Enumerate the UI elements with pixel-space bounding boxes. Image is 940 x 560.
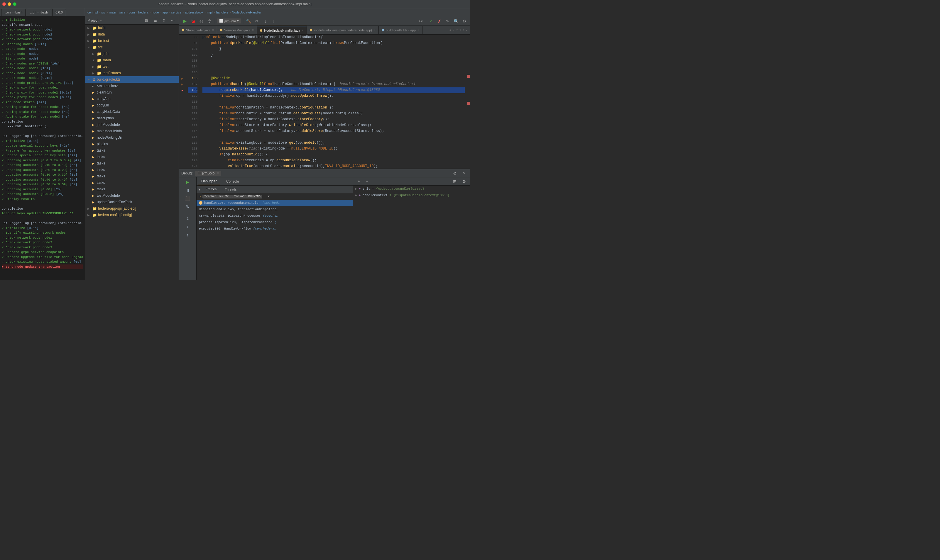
debug-config-close[interactable]: ×	[217, 171, 219, 175]
tree-item-hedera-config[interactable]: ▶ 📁 hedera-config [config]	[85, 212, 179, 218]
tab-label-servicesmain: ServicesMain.java	[224, 28, 250, 32]
frame-item-1[interactable]: handle:106, NodeUpdateHandler (com.hed…	[197, 200, 353, 206]
debug-settings-btn[interactable]: ⚙	[451, 170, 458, 177]
tree-item-build-gradle[interactable]: ▼ ⚙ build.gradle.kts	[85, 76, 179, 83]
project-settings-btn[interactable]: ⚙	[160, 17, 168, 24]
filter-btn[interactable]: ▼	[198, 188, 201, 191]
var-minus-btn[interactable]: −	[364, 178, 371, 185]
tree-item-tasks-5[interactable]: ▶ tasks	[85, 173, 179, 180]
run-config[interactable]: ⬜ jvmSolo ▾	[217, 18, 241, 23]
step-over-btn[interactable]: ⤵	[261, 18, 268, 25]
tree-item-test[interactable]: ▶ 📁 test	[85, 63, 179, 70]
error-count: ▲ 7 ⚠ 1 ∧ ∨	[449, 28, 468, 32]
project-expand-btn[interactable]: ☰	[152, 17, 159, 24]
tab-buildgradle[interactable]: build.gradle.kts (:app ×	[379, 26, 422, 34]
debug-tab-debugger[interactable]: Debugger	[198, 178, 220, 185]
tree-item-tasks-7[interactable]: ▶ tasks	[85, 186, 179, 192]
terminal-tab-1[interactable]: ...on – -bash	[1, 9, 26, 16]
tree-item-for-test[interactable]: ▶ 📁 for-test	[85, 37, 179, 44]
debug-stepout-btn[interactable]: ↑	[184, 231, 191, 238]
tree-item-tasks-1[interactable]: ▶ tasks	[85, 147, 179, 154]
settings-btn[interactable]: ⚙	[461, 18, 468, 25]
tab-close-servicesmain[interactable]: ×	[252, 28, 254, 32]
frame-filter-btn[interactable]: ▼	[265, 193, 272, 200]
frame-item-4[interactable]: processDispatch:120, DispatchProcessor (…	[197, 219, 353, 225]
threads-tab[interactable]: Threads	[221, 186, 240, 193]
tree-item-plugins[interactable]: ▶ plugins	[85, 141, 179, 147]
tree-item-jmhmoduleinfo[interactable]: ▶ jmhModuleInfo	[85, 122, 179, 128]
frame-item-0[interactable]: ▷ "<scheduler Tr..."main": RUNNING ▼	[197, 193, 353, 200]
var-item-this[interactable]: ▶ ● this = {NodeUpdateHandler@13679}	[353, 186, 470, 192]
term-line: at Logger.log [as showUser] (src/core/lo…	[2, 221, 83, 226]
project-gear-btn[interactable]: ⋯	[169, 17, 176, 24]
tab-close-moduleinfo[interactable]: ×	[374, 28, 376, 32]
tab-close-storeloader[interactable]: ×	[212, 28, 214, 32]
sync-button[interactable]: ↻	[253, 18, 260, 25]
step-into-btn[interactable]: ↓	[270, 18, 277, 25]
tree-item-tasks-6[interactable]: ▶ tasks	[85, 180, 179, 186]
debug-stepover-btn[interactable]: ⤵	[184, 215, 191, 222]
tree-item-cleanrun[interactable]: ▶ cleanRun	[85, 89, 179, 95]
debug-resume-btn[interactable]: ▶	[184, 178, 191, 186]
git-pencil-btn[interactable]: ✎	[444, 18, 451, 25]
minimize-button[interactable]	[8, 2, 11, 6]
tree-item-testmoduleinfo[interactable]: ▶ testModuleInfo	[85, 192, 179, 199]
tree-item-description[interactable]: ▶ description	[85, 115, 179, 122]
maximize-button[interactable]	[13, 2, 17, 6]
tab-servicesmain[interactable]: ServicesMain.java ×	[217, 26, 257, 34]
debug-stepinto-btn[interactable]: ↓	[184, 223, 191, 230]
tree-item-build[interactable]: ▶ 📁 build	[85, 25, 179, 31]
debug-stop-btn[interactable]: ⬛	[184, 195, 191, 202]
tree-item-testfixtures[interactable]: ▶ 📁 testFixtures	[85, 70, 179, 76]
frame-item-3[interactable]: tryHandle:143, DispatchProcessor (com.he…	[197, 212, 353, 219]
close-button[interactable]	[2, 2, 6, 6]
tree-item-jmh[interactable]: ▶ 📁 jmh	[85, 51, 179, 57]
tab-close-buildgradle[interactable]: ×	[418, 28, 419, 32]
tree-item-copynodedata[interactable]: ▶ copyNodeData	[85, 108, 179, 115]
term-line: ✓ Check proxy for node: node2 [0.1s]	[2, 90, 83, 95]
tree-item-copylib[interactable]: ▶ copyLib	[85, 102, 179, 108]
tree-item-src[interactable]: ▼ 📁 src	[85, 44, 179, 51]
tree-item-tasks-3[interactable]: ▶ tasks	[85, 160, 179, 166]
git-check-btn[interactable]: ✓	[428, 18, 435, 25]
tree-item-updatedockerenvtask[interactable]: ▶ updateDockerEnvTask	[85, 199, 179, 205]
tab-nodeupdatehandler[interactable]: NodeUpdateHandler.java ×	[257, 26, 307, 34]
tree-item-main[interactable]: ▼ 📁 main	[85, 57, 179, 63]
var-settings-btn[interactable]: ⚙	[461, 178, 468, 185]
project-collapse-btn[interactable]: ⊟	[143, 17, 150, 24]
var-add-btn[interactable]: +	[355, 178, 362, 185]
frame-item-5[interactable]: execute:336, HandleWorkflow (com.hedera…	[197, 225, 353, 232]
coverage-button[interactable]: ◎	[198, 18, 205, 25]
terminal-tab-3[interactable]: 0.0.0	[52, 9, 66, 16]
frame-item-2[interactable]: dispatchHandle:145, TransactionDispatche…	[197, 206, 353, 212]
tree-item-tasks-4[interactable]: ▶ tasks	[85, 166, 179, 173]
debug-restart-btn[interactable]: ↻	[184, 203, 191, 210]
tree-item-tasks-2[interactable]: ▶ tasks	[85, 154, 179, 160]
debug-close-btn[interactable]: ×	[461, 170, 468, 177]
tree-item-copyapp[interactable]: ▶ copyApp	[85, 95, 179, 102]
var-expand-btn[interactable]: ⊞	[451, 178, 458, 185]
term-line: ✓ Check network pod: node2	[2, 32, 83, 37]
search-btn[interactable]: 🔍	[452, 18, 459, 25]
run-button[interactable]: ▶	[181, 18, 188, 25]
tab-moduleinfo[interactable]: module-info.java (com.hedera.node.app) ×	[307, 26, 379, 34]
tree-item-mainmoduleinfo[interactable]: ▶ mainModuleInfo	[85, 128, 179, 134]
debug-tab-console[interactable]: Console	[223, 178, 243, 185]
frames-tab[interactable]: Frames	[202, 186, 220, 193]
terminal-tab-2[interactable]: ...on – -bash	[27, 9, 51, 16]
code-content[interactable]: public class NodeUpdateHandler implement…	[200, 35, 467, 169]
scrollbar-overview[interactable]	[467, 35, 470, 169]
debug-button[interactable]: 🐞	[190, 18, 197, 25]
debug-config-selector[interactable]: ⬛ jvmSolo ×	[195, 171, 222, 176]
git-x-btn[interactable]: ✗	[436, 18, 443, 25]
tree-item-hedera-app-spi[interactable]: ▶ 📁 hedera-app-spi [app-spi]	[85, 205, 179, 212]
tab-storeloader[interactable]: StoreLoader.java ×	[179, 26, 217, 34]
debug-pause-btn[interactable]: ⏸	[184, 187, 191, 194]
build-button[interactable]: 🔨	[245, 18, 252, 25]
tree-item-expression[interactable]: λ <expression>	[85, 83, 179, 89]
tree-item-data[interactable]: ▶ 📁 data	[85, 31, 179, 37]
tab-close-nodeupdatehandler[interactable]: ×	[302, 29, 304, 32]
var-item-handlecontext[interactable]: ▶ ● handleContext = {DispatchHandleConte…	[353, 192, 470, 198]
tree-item-nodeworkingdir[interactable]: ▶ nodeWorkingDir	[85, 134, 179, 141]
profile-button[interactable]: ⏱	[206, 18, 213, 25]
